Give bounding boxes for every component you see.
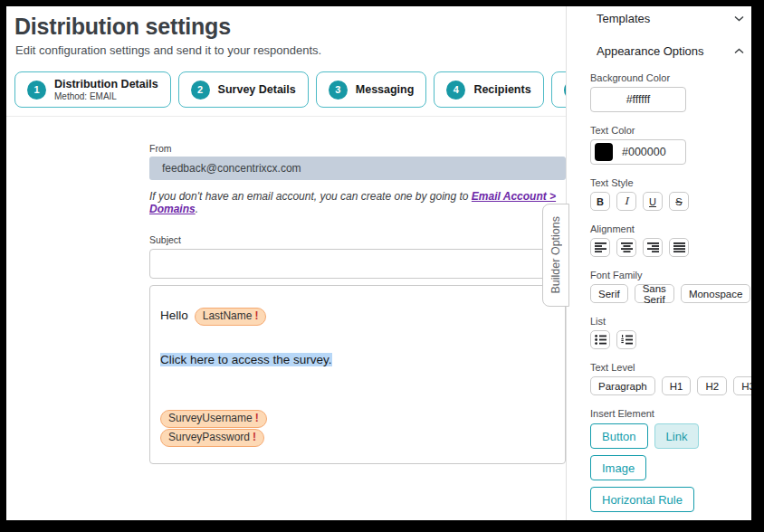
insert-element-label: Insert Element: [590, 409, 744, 419]
divider: [6, 116, 566, 117]
list-group: List: [590, 317, 744, 349]
background-color-group: Background Color #ffffff: [590, 73, 744, 112]
step-4-label: Recipients: [473, 83, 530, 96]
highlighted-survey-link-text[interactable]: Click here to access the survey.: [160, 353, 332, 366]
text-color-value: #000000: [622, 146, 666, 158]
app-window: Distribution settings Edit configuration…: [6, 6, 751, 520]
insert-link-button[interactable]: Link: [654, 423, 700, 449]
step-1-label: Distribution Details: [54, 78, 158, 90]
subject-input[interactable]: [149, 249, 566, 279]
token-label: LastName: [203, 309, 253, 322]
step-1-sublabel: Method: EMAIL: [54, 91, 158, 101]
helper-text: If you don't have an email account, you …: [149, 190, 472, 203]
from-label: From: [149, 143, 566, 154]
subject-label: Subject: [149, 234, 566, 245]
align-center-icon: [621, 242, 633, 252]
insert-button-button[interactable]: Button: [590, 423, 648, 449]
font-family-label: Font Family: [590, 271, 744, 280]
h1-button[interactable]: H1: [662, 376, 692, 395]
greeting-text: Hello: [160, 309, 188, 322]
builder-options-tab[interactable]: Builder Options: [542, 204, 569, 307]
chevron-up-icon: [734, 48, 744, 54]
alignment-label: Alignment: [590, 224, 744, 234]
step-2-badge: 2: [191, 81, 210, 100]
list-label: List: [590, 317, 744, 327]
text-color-label: Text Color: [590, 126, 744, 136]
background-color-value: #ffffff: [626, 93, 651, 106]
background-color-label: Background Color: [590, 73, 744, 83]
align-justify-button[interactable]: [669, 238, 689, 257]
section-appearance-options[interactable]: Appearance Options: [590, 42, 744, 60]
helper-text-suffix: .: [196, 203, 198, 215]
survey-link-line: Click here to access the survey.: [160, 351, 555, 369]
tab-survey-details[interactable]: 2 Survey Details: [178, 71, 309, 108]
font-sans-serif-button[interactable]: Sans Serif: [635, 284, 674, 303]
align-left-button[interactable]: [590, 238, 610, 257]
appearance-options-section-label: Appearance Options: [597, 44, 704, 58]
numbered-list-button[interactable]: [616, 330, 636, 349]
step-1-badge: 1: [27, 81, 46, 100]
font-monospace-button[interactable]: Monospace: [681, 284, 750, 303]
paragraph-button[interactable]: Paragraph: [590, 376, 655, 395]
step-2-label: Survey Details: [218, 83, 296, 96]
section-templates[interactable]: Templates: [590, 9, 744, 27]
chevron-down-icon: [734, 15, 744, 22]
step-tabs: 1 Distribution Details Method: EMAIL 2 S…: [14, 71, 566, 108]
step-3-badge: 3: [329, 81, 348, 100]
insert-horizontal-rule-button[interactable]: Horizontal Rule: [590, 487, 694, 512]
greeting-line: HelloLastName!: [160, 307, 555, 326]
token-required-mark: !: [253, 431, 256, 443]
font-family-group: Font Family Serif Sans Serif Monospace: [590, 271, 744, 303]
token-survey-username[interactable]: SurveyUsername!: [160, 410, 267, 428]
text-color-input[interactable]: #000000: [590, 139, 686, 165]
token-survey-password[interactable]: SurveyPassword!: [160, 429, 264, 447]
builder-options-panel: Templates Appearance Options Background …: [566, 6, 751, 520]
page-subtitle: Edit configuration settings and send it …: [15, 43, 321, 57]
token-label: SurveyPassword: [168, 431, 250, 443]
text-style-group: Text Style B I U S: [590, 178, 744, 211]
text-level-label: Text Level: [590, 363, 744, 373]
bold-button[interactable]: B: [590, 192, 610, 211]
align-left-icon: [595, 242, 606, 252]
alignment-group: Alignment: [590, 224, 744, 257]
bulleted-list-icon: [595, 335, 606, 345]
font-serif-button[interactable]: Serif: [590, 284, 628, 303]
token-last-name[interactable]: LastName!: [195, 308, 267, 326]
token-label: SurveyUsername: [168, 412, 253, 424]
page-title: Distribution settings: [14, 14, 231, 40]
insert-element-group: Insert Element Button Link Image Horizon…: [590, 409, 744, 512]
align-justify-icon: [673, 242, 685, 252]
underline-button[interactable]: U: [643, 192, 663, 211]
from-input[interactable]: feedback@concentrixcx.com: [149, 157, 566, 180]
align-center-button[interactable]: [616, 238, 636, 257]
token-required-mark: !: [255, 412, 259, 424]
italic-button[interactable]: I: [616, 192, 636, 211]
email-account-helper-text: If you don't have an email account, you …: [149, 190, 566, 215]
templates-section-label: Templates: [597, 12, 650, 25]
step-3-label: Messaging: [356, 83, 415, 96]
background-color-input[interactable]: #ffffff: [590, 87, 686, 112]
color-swatch: [595, 143, 613, 161]
text-color-group: Text Color #000000: [590, 126, 744, 165]
strikethrough-button[interactable]: S: [669, 192, 689, 211]
tab-recipients[interactable]: 4 Recipients: [434, 71, 543, 108]
step-4-badge: 4: [446, 81, 465, 100]
align-right-icon: [647, 242, 659, 252]
h3-button[interactable]: H3: [733, 376, 751, 395]
text-level-group: Text Level Paragraph H1 H2 H3: [590, 363, 744, 395]
email-body-editor[interactable]: HelloLastName! Click here to access the …: [149, 285, 566, 464]
email-config-form: From feedback@concentrixcx.com If you do…: [149, 143, 566, 464]
credential-tokens: SurveyUsername! SurveyPassword!: [160, 410, 555, 447]
builder-options-tab-label: Builder Options: [549, 216, 562, 293]
align-right-button[interactable]: [643, 238, 663, 257]
token-required-mark: !: [254, 309, 258, 322]
text-style-label: Text Style: [590, 178, 744, 188]
h2-button[interactable]: H2: [697, 376, 727, 395]
tab-distribution-details[interactable]: 1 Distribution Details Method: EMAIL: [14, 71, 171, 108]
numbered-list-icon: [621, 335, 633, 345]
insert-image-button[interactable]: Image: [590, 455, 646, 480]
tab-compose[interactable]: 5 Compose: [551, 71, 566, 108]
bulleted-list-button[interactable]: [590, 330, 610, 349]
main-content: Distribution settings Edit configuration…: [6, 6, 566, 520]
tab-messaging[interactable]: 3 Messaging: [316, 71, 427, 108]
